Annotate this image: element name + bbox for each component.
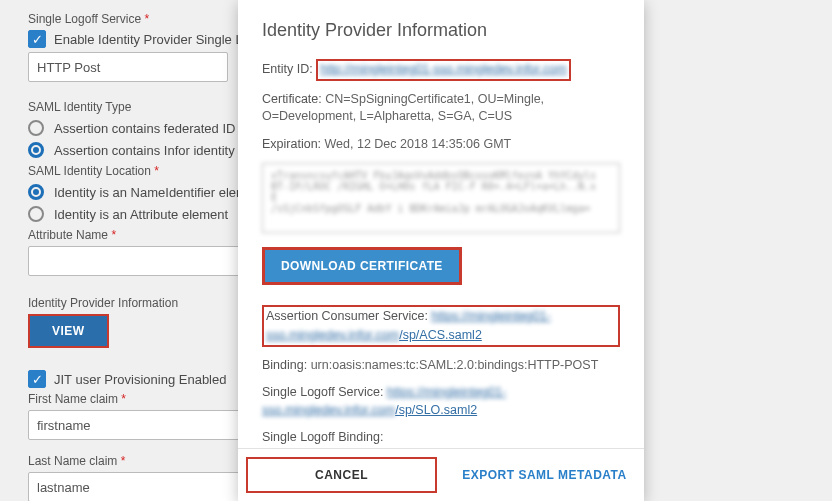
radio-icon[interactable] (28, 142, 44, 158)
acs-row: Assertion Consumer Service: https://ming… (262, 305, 620, 347)
slo-binding-row: Single Logoff Binding: urn:oasis:names:t… (262, 429, 620, 448)
export-saml-button[interactable]: EXPORT SAML METADATA (445, 449, 644, 501)
cancel-button[interactable]: CANCEL (248, 459, 435, 491)
modal-footer: CANCEL EXPORT SAML METADATA (238, 448, 644, 501)
check-icon[interactable]: ✓ (28, 370, 46, 388)
idp-info-modal: Identity Provider Information Entity ID:… (238, 0, 644, 501)
radio-federated-label: Assertion contains federated ID fro (54, 121, 254, 136)
radio-nameid-label: Identity is an NameIdentifier eleme (54, 185, 254, 200)
radio-infor-label: Assertion contains Infor identity us (54, 143, 252, 158)
certificate-textarea[interactable]: xTransncsufcAHTV FbyJAqoVvAddbsOBcosoKMl… (262, 163, 620, 233)
view-button[interactable]: VIEW (30, 316, 107, 346)
download-certificate-button[interactable]: DOWNLOAD CERTIFICATE (262, 247, 462, 285)
entity-id-row: Entity ID: http://mingleinteg01-sso.ming… (262, 59, 620, 81)
expiration-row: Expiration: Wed, 12 Dec 2018 14:35:06 GM… (262, 136, 620, 154)
certificate-row: Certificate: CN=SpSigningCertificate1, O… (262, 91, 620, 126)
entity-id-link[interactable]: http://mingleinteg01-sso.mingledev.infor… (320, 62, 566, 76)
binding-row: Binding: urn:oasis:names:tc:SAML:2.0:bin… (262, 357, 620, 375)
radio-icon[interactable] (28, 206, 44, 222)
slo-row: Single Logoff Service: https://mingleint… (262, 384, 620, 419)
check-icon[interactable]: ✓ (28, 30, 46, 48)
modal-title: Identity Provider Information (262, 20, 620, 41)
radio-icon[interactable] (28, 184, 44, 200)
radio-attribute-label: Identity is an Attribute element (54, 207, 228, 222)
http-post-input[interactable] (28, 52, 228, 82)
enable-idp-slo-label: Enable Identity Provider Single Lo (54, 32, 250, 47)
jit-enabled-label: JIT user Provisioning Enabled (54, 372, 226, 387)
radio-icon[interactable] (28, 120, 44, 136)
